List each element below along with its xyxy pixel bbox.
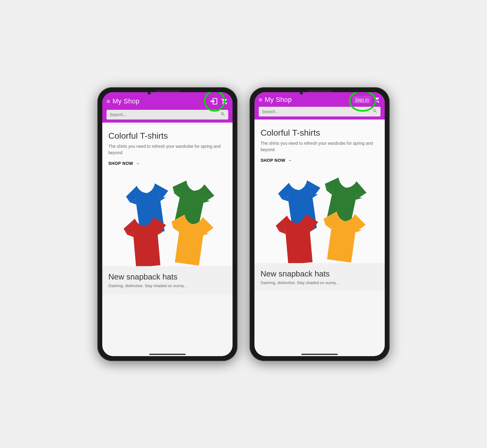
- next-desc-right: Dashing, distinctive. Stay shaded on sun…: [261, 280, 379, 285]
- phone-comparison: ≡ My Shop: [97, 87, 390, 361]
- hero-title-left: Colorful T-shirts: [108, 131, 226, 141]
- shop-now-left[interactable]: SHOP NOW →: [108, 161, 226, 166]
- shop-now-right[interactable]: SHOP NOW →: [261, 158, 379, 163]
- header-actions-left: [208, 96, 228, 107]
- hero-right: Colorful T-shirts The shirts you need to…: [254, 120, 385, 166]
- hero-left: Colorful T-shirts The shirts you need to…: [102, 123, 233, 169]
- search-icon-left: [220, 112, 225, 118]
- app-header-left: ≡ My Shop: [102, 92, 233, 123]
- hero-title-right: Colorful T-shirts: [261, 128, 379, 138]
- header-top-right: ≡ My Shop Sign in: [259, 96, 380, 104]
- tshirt-image-right: [254, 166, 385, 263]
- hero-desc-right: The shirts you need to refresh your ward…: [261, 140, 379, 153]
- camera-right: [300, 92, 303, 95]
- content-right: Colorful T-shirts The shirts you need to…: [254, 120, 385, 356]
- search-bar-left: [107, 110, 228, 120]
- bottom-bar-left: [149, 354, 186, 355]
- tshirt-image-left: [102, 169, 233, 266]
- content-left: Colorful T-shirts The shirts you need to…: [102, 123, 233, 356]
- header-top-left: ≡ My Shop: [107, 96, 228, 107]
- next-section-left: New snapback hats Dashing, distinctive. …: [102, 266, 233, 294]
- search-bar-right: [259, 107, 380, 116]
- next-title-right: New snapback hats: [261, 269, 379, 279]
- phone-right: ≡ My Shop Sign in: [250, 87, 390, 361]
- app-header-right: ≡ My Shop Sign in: [254, 92, 385, 120]
- next-section-right: New snapback hats Dashing, distinctive. …: [254, 263, 385, 291]
- hamburger-icon-left[interactable]: ≡: [107, 98, 110, 104]
- hero-desc-left: The shirts you need to refresh your ward…: [108, 143, 226, 156]
- next-title-left: New snapback hats: [108, 272, 226, 282]
- screen-left: ≡ My Shop: [102, 92, 233, 356]
- next-desc-left: Dashing, distinctive. Stay shaded on sun…: [108, 283, 226, 288]
- shop-title-left: My Shop: [113, 97, 206, 105]
- camera-left: [148, 92, 151, 95]
- cart-icon-right[interactable]: [373, 96, 380, 103]
- signin-text-button[interactable]: Sign in: [352, 96, 371, 103]
- header-actions-right: Sign in: [352, 96, 380, 103]
- signin-icon-button[interactable]: [208, 96, 219, 107]
- phone-left: ≡ My Shop: [97, 87, 237, 361]
- hamburger-icon-right[interactable]: ≡: [259, 97, 262, 103]
- search-input-right[interactable]: [262, 109, 370, 114]
- search-icon-right: [373, 109, 377, 115]
- bottom-bar-right: [301, 354, 338, 355]
- cart-icon-left[interactable]: [221, 98, 228, 105]
- screen-right: ≡ My Shop Sign in: [254, 92, 385, 356]
- shop-title-right: My Shop: [265, 96, 350, 104]
- search-input-left[interactable]: [110, 112, 218, 117]
